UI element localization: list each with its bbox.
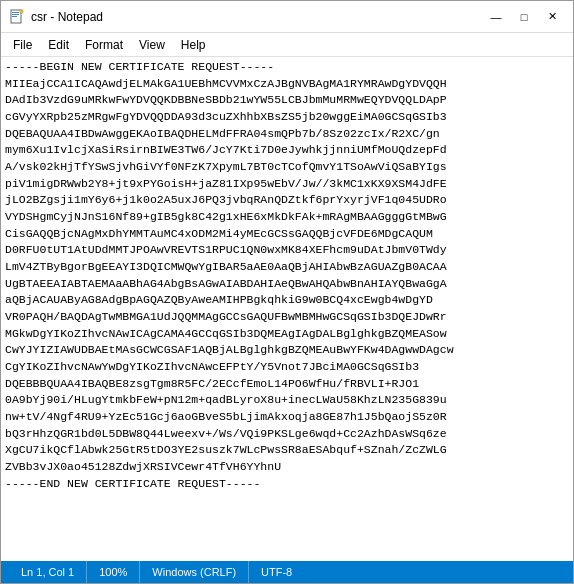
zoom-level: 100% bbox=[87, 561, 140, 583]
line-ending: Windows (CRLF) bbox=[140, 561, 249, 583]
status-bar: Ln 1, Col 1 100% Windows (CRLF) UTF-8 bbox=[1, 561, 573, 583]
title-bar-controls: — □ ✕ bbox=[483, 7, 565, 27]
title-bar-left: csr - Notepad bbox=[9, 9, 103, 25]
menu-bar: File Edit Format View Help bbox=[1, 33, 573, 57]
menu-file[interactable]: File bbox=[5, 36, 40, 54]
encoding: UTF-8 bbox=[249, 561, 304, 583]
title-bar: csr - Notepad — □ ✕ bbox=[1, 1, 573, 33]
menu-view[interactable]: View bbox=[131, 36, 173, 54]
minimize-button[interactable]: — bbox=[483, 7, 509, 27]
notepad-icon bbox=[9, 9, 25, 25]
menu-format[interactable]: Format bbox=[77, 36, 131, 54]
svg-rect-1 bbox=[12, 12, 19, 13]
notepad-window: csr - Notepad — □ ✕ File Edit Format Vie… bbox=[0, 0, 574, 584]
svg-rect-2 bbox=[12, 14, 19, 15]
svg-rect-3 bbox=[12, 16, 17, 17]
close-button[interactable]: ✕ bbox=[539, 7, 565, 27]
menu-help[interactable]: Help bbox=[173, 36, 214, 54]
menu-edit[interactable]: Edit bbox=[40, 36, 77, 54]
window-title: csr - Notepad bbox=[31, 10, 103, 24]
text-editor[interactable]: -----BEGIN NEW CERTIFICATE REQUEST----- … bbox=[1, 57, 573, 561]
svg-rect-4 bbox=[20, 10, 23, 13]
editor-area: -----BEGIN NEW CERTIFICATE REQUEST----- … bbox=[1, 57, 573, 561]
maximize-button[interactable]: □ bbox=[511, 7, 537, 27]
cursor-position: Ln 1, Col 1 bbox=[9, 561, 87, 583]
